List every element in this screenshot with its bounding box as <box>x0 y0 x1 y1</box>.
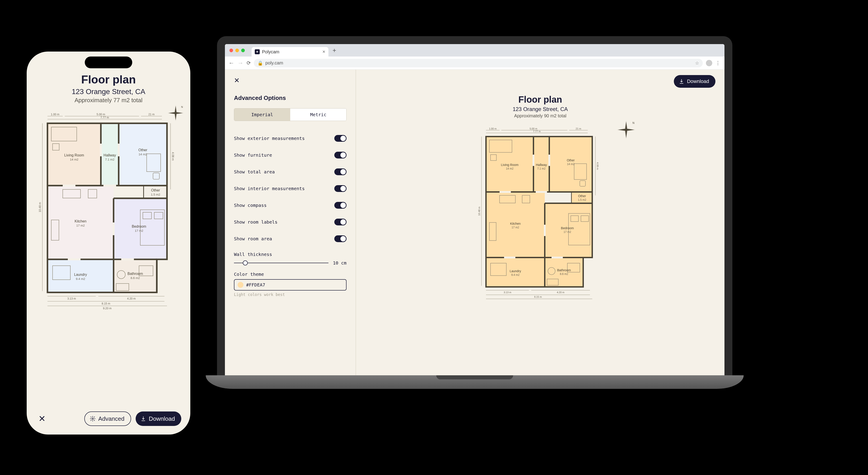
svg-text:9.20 m: 9.20 m <box>103 307 112 310</box>
option-label: Show interior measurements <box>234 186 305 191</box>
bookmark-star-icon[interactable]: ☆ <box>695 60 699 66</box>
toggle[interactable] <box>334 135 346 142</box>
laptop-bezel: ✦ Polycam × + ← → ⟳ 🔒 poly.cam ☆ ⋮ <box>217 36 733 378</box>
browser-tabstrip: ✦ Polycam × + <box>225 44 724 57</box>
slider-thumb[interactable] <box>243 261 248 265</box>
svg-text:7.77 m: 7.77 m <box>533 130 541 133</box>
maximize-window-dot[interactable] <box>241 49 245 52</box>
unit-segmented-control: Imperial Metric <box>234 108 346 121</box>
svg-text:5.00 m: 5.00 m <box>530 127 537 130</box>
compass-icon: N <box>168 105 184 121</box>
option-label: Show room area <box>234 236 272 241</box>
lock-icon: 🔒 <box>257 60 263 66</box>
svg-text:4.08 m: 4.08 m <box>171 152 175 161</box>
option-total-area: Show total area <box>234 164 346 180</box>
svg-text:8.6 m2: 8.6 m2 <box>130 276 140 280</box>
reload-icon[interactable]: ⟳ <box>247 60 251 66</box>
svg-text:3.13 m: 3.13 m <box>67 297 76 300</box>
svg-text:Laundry: Laundry <box>74 273 87 276</box>
download-icon <box>141 416 146 421</box>
advanced-label: Advanced <box>98 415 125 422</box>
laptop-trackpad-notch <box>436 375 513 379</box>
svg-text:14 m2: 14 m2 <box>70 158 79 161</box>
svg-marker-77 <box>168 106 183 120</box>
nav-back-icon[interactable]: ← <box>228 59 235 66</box>
color-hex-value: #FFDEA7 <box>246 282 265 288</box>
option-label: Show total area <box>234 169 275 175</box>
svg-text:Hallway: Hallway <box>103 153 116 157</box>
toggle[interactable] <box>334 152 346 158</box>
toggle[interactable] <box>334 169 346 175</box>
phone-header: Floor plan 123 Orange Street, CA Approxi… <box>27 73 190 104</box>
svg-text:N: N <box>632 121 634 125</box>
option-room-labels: Show room labels <box>234 214 346 230</box>
advanced-options-sidebar: Advanced Options Imperial Metric Show ex… <box>225 70 356 378</box>
color-theme-input[interactable]: #FFDEA7 <box>234 279 346 291</box>
toggle[interactable] <box>334 202 346 209</box>
svg-text:4.20 m: 4.20 m <box>557 291 564 294</box>
app-container: ✕ Download Advanced Options Imperial Met… <box>225 70 724 378</box>
svg-text:1.5 m2: 1.5 m2 <box>151 193 160 196</box>
floorplan-title: Floor plan <box>518 94 562 105</box>
option-compass: Show compass <box>234 197 346 214</box>
nav-forward-icon[interactable]: → <box>238 59 243 66</box>
svg-text:9.4 m2: 9.4 m2 <box>511 273 520 276</box>
phone-floorplan-canvas[interactable]: N 1.00 m5.00 m7.77 m21 m10.48 m4.08 m3.1… <box>27 104 190 403</box>
option-exterior-measurements: Show exterior measurements <box>234 130 346 147</box>
svg-text:Bathroom: Bathroom <box>557 268 571 272</box>
tab-favicon-icon: ✦ <box>255 49 260 54</box>
minimize-window-dot[interactable] <box>235 49 239 52</box>
svg-text:14 m2: 14 m2 <box>567 162 575 166</box>
segmented-imperial[interactable]: Imperial <box>234 109 290 121</box>
floorplan-address: 123 Orange Street, CA <box>27 88 190 96</box>
floorplan-drawing[interactable]: N 1.00 m5.00 m7.77 m21 m10.48 m4.08 m3.1… <box>477 127 603 300</box>
svg-text:1.00 m: 1.00 m <box>489 127 497 130</box>
svg-text:Bedroom: Bedroom <box>561 226 574 230</box>
svg-text:17 m2: 17 m2 <box>512 226 519 229</box>
download-button[interactable]: Download <box>135 412 181 426</box>
svg-text:8.6 m2: 8.6 m2 <box>560 272 568 276</box>
color-hint: Light colors work best <box>234 292 346 297</box>
svg-text:Laundry: Laundry <box>510 269 521 273</box>
color-theme-label: Color theme <box>234 271 346 277</box>
profile-avatar-icon[interactable] <box>706 60 712 66</box>
toggle[interactable] <box>334 219 346 226</box>
svg-text:3.13 m: 3.13 m <box>504 291 511 294</box>
new-tab-icon[interactable]: + <box>333 47 336 54</box>
svg-text:Bathroom: Bathroom <box>127 272 143 276</box>
svg-text:8.15 m: 8.15 m <box>534 296 542 298</box>
svg-text:Living Room: Living Room <box>64 153 84 157</box>
wall-thickness-row: Wall thickness 10 cm <box>234 251 346 266</box>
toggle[interactable] <box>334 185 346 192</box>
browser-menu-icon[interactable]: ⋮ <box>715 60 721 66</box>
compass-icon: N <box>617 121 635 139</box>
browser-tab[interactable]: ✦ Polycam × <box>252 47 329 57</box>
laptop-screen: ✦ Polycam × + ← → ⟳ 🔒 poly.cam ☆ ⋮ <box>225 44 724 378</box>
tab-close-icon[interactable]: × <box>322 49 325 54</box>
url-bar[interactable]: 🔒 poly.cam ☆ <box>254 59 703 67</box>
svg-text:Kitchen: Kitchen <box>510 222 521 226</box>
wall-thickness-value: 10 cm <box>333 260 346 266</box>
close-icon[interactable]: ✕ <box>36 414 49 424</box>
close-window-dot[interactable] <box>229 49 233 52</box>
option-label: Show exterior measurements <box>234 136 305 141</box>
svg-text:17 m2: 17 m2 <box>563 230 571 234</box>
phone-mockup: Floor plan 123 Orange Street, CA Approxi… <box>23 48 194 439</box>
svg-text:17 m2: 17 m2 <box>135 229 143 232</box>
window-controls <box>229 49 245 52</box>
svg-text:Other: Other <box>151 188 160 192</box>
svg-text:14 m2: 14 m2 <box>506 167 514 170</box>
advanced-button[interactable]: Advanced <box>84 412 131 426</box>
wall-thickness-slider[interactable] <box>234 263 329 263</box>
floorplan-total-area: Approximately 77 m2 total <box>27 97 190 104</box>
phone-screen: Floor plan 123 Orange Street, CA Approxi… <box>27 52 190 435</box>
toggle[interactable] <box>334 235 346 242</box>
close-icon[interactable]: ✕ <box>234 77 240 84</box>
svg-text:10.48 m: 10.48 m <box>478 207 480 216</box>
segmented-metric[interactable]: Metric <box>290 109 346 121</box>
svg-text:17 m2: 17 m2 <box>76 224 85 227</box>
svg-text:4.20 m: 4.20 m <box>127 297 135 300</box>
svg-text:N: N <box>181 106 183 108</box>
option-label: Show furniture <box>234 152 272 158</box>
svg-text:Living Room: Living Room <box>501 163 519 167</box>
